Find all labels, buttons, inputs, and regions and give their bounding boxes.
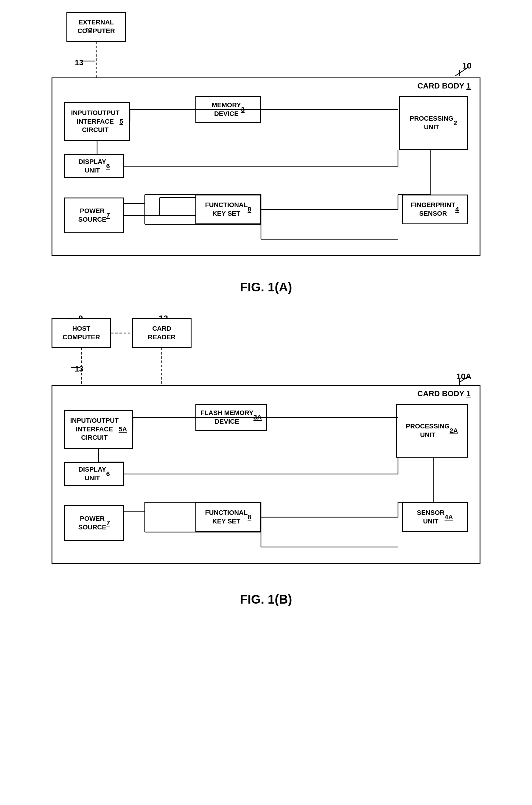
power-source-box-1a: POWERSOURCE 7	[64, 198, 124, 233]
card-body-label-1b: CARD BODY 1	[417, 389, 471, 398]
host-computer-box: HOSTCOMPUTER	[52, 318, 111, 348]
external-computer-box: EXTERNALCOMPUTER	[66, 12, 126, 42]
ref-10a-label-1b: 10A	[456, 372, 472, 381]
fig1b-section: 9 12 13 10A HOSTCOMPUTER CARDREADER CARD…	[18, 312, 514, 606]
power-source-box-1b: POWERSOURCE 7	[64, 505, 124, 541]
io-circuit-box-1b: INPUT/OUTPUTINTERFACECIRCUIT 5A	[64, 410, 133, 449]
functional-keyset-box-1a: FUNCTIONALKEY SET 8	[195, 194, 261, 224]
fingerprint-sensor-box-1a: FINGERPRINTSENSOR 4	[402, 194, 468, 224]
fig1a-section: 9 10 13 EXTERNALCOMPUTER CARD BODY 1 INP…	[18, 12, 514, 294]
card-body-1a: CARD BODY 1 INPUT/OUTPUTINTERFACECIRCUIT…	[52, 77, 480, 256]
sensor-unit-box: SENSORUNIT 4A	[402, 502, 468, 532]
flash-memory-box: FLASH MEMORYDEVICE 3A	[195, 404, 267, 431]
ref-13-label-1a: 13	[75, 58, 83, 67]
memory-device-box-1a: MEMORYDEVICE 3	[195, 96, 261, 123]
processing-unit-box-1a: PROCESSINGUNIT 2	[399, 96, 468, 150]
functional-keyset-box-1b: FUNCTIONALKEY SET 8	[195, 502, 261, 532]
card-reader-box: CARDREADER	[132, 318, 192, 348]
card-body-1b: CARD BODY 1 INPUT/OUTPUTINTERFACECIRCUIT…	[52, 385, 480, 564]
ref-10-label-1a: 10	[462, 61, 472, 71]
page-container: 9 10 13 EXTERNALCOMPUTER CARD BODY 1 INP…	[18, 12, 514, 606]
io-circuit-box-1a: INPUT/OUTPUTINTERFACECIRCUIT 5	[64, 102, 130, 141]
fig1a-diagram: 9 10 13 EXTERNALCOMPUTER CARD BODY 1 INP…	[43, 12, 489, 271]
fig1a-label: FIG. 1(A)	[240, 280, 292, 294]
fig1b-label: FIG. 1(B)	[240, 592, 292, 606]
fig1b-diagram: 9 12 13 10A HOSTCOMPUTER CARDREADER CARD…	[43, 312, 489, 583]
display-unit-box-1b: DISPLAYUNIT 6	[64, 462, 124, 486]
ref-13-label-1b: 13	[75, 364, 83, 374]
display-unit-box-1a: DISPLAYUNIT 6	[64, 154, 124, 178]
processing-unit-box-1b: PROCESSINGUNIT 2A	[396, 404, 468, 457]
card-body-label-1a: CARD BODY 1	[417, 81, 471, 91]
